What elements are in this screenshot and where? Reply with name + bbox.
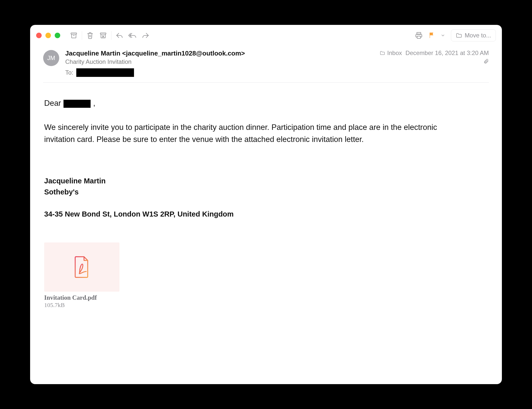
avatar-initials: JM	[47, 55, 55, 62]
archive-box-icon	[70, 32, 78, 39]
message-datetime: December 16, 2021 at 3:20 AM	[406, 49, 489, 57]
window-zoom-button[interactable]	[55, 33, 60, 38]
folder-icon	[456, 32, 462, 39]
mailbox-name: Inbox	[387, 49, 402, 57]
printer-icon	[415, 31, 423, 39]
svg-rect-3	[417, 36, 420, 38]
paperclip-icon	[483, 59, 489, 64]
attachment-thumbnail[interactable]	[44, 242, 119, 292]
to-recipient-redacted	[76, 68, 134, 77]
move-to-button[interactable]: Move to...	[451, 29, 496, 41]
forward-arrow-icon	[142, 32, 149, 39]
greeting-suffix: ,	[93, 97, 95, 109]
print-button[interactable]	[412, 30, 425, 40]
svg-rect-2	[417, 32, 421, 34]
flag-menu-button[interactable]	[438, 30, 447, 40]
window-traffic-lights	[36, 33, 60, 38]
to-label: To:	[65, 69, 73, 76]
flag-icon	[428, 32, 435, 39]
mail-message-window: Move to... JM Jacqueline Martin <jacquel…	[30, 25, 502, 384]
toolbar-separator	[111, 31, 111, 40]
window-minimize-button[interactable]	[45, 33, 51, 38]
from-line[interactable]: Jacqueline Martin <jacqueline_martin1028…	[65, 49, 374, 57]
header-divider	[43, 82, 489, 83]
signature-company: Sotheby's	[44, 187, 488, 198]
window-close-button[interactable]	[36, 33, 42, 38]
has-attachment-indicator	[483, 59, 489, 66]
body-paragraph: We sincerely invite you to participate i…	[44, 121, 466, 145]
attachment-size: 105.7kB	[44, 302, 488, 309]
archive-button[interactable]	[67, 30, 80, 40]
svg-rect-0	[71, 33, 77, 34]
reply-all-button[interactable]	[126, 30, 139, 40]
signature-name: Jacqueline Martin	[44, 176, 488, 187]
mailbox-indicator[interactable]: Inbox	[380, 49, 402, 57]
junk-button[interactable]	[97, 30, 110, 40]
move-to-label: Move to...	[465, 32, 491, 39]
message-header: JM Jacqueline Martin <jacqueline_martin1…	[30, 45, 502, 87]
delete-button[interactable]	[84, 30, 97, 40]
reply-arrow-icon	[116, 32, 123, 39]
greeting-name-redacted	[63, 100, 91, 108]
reply-button[interactable]	[113, 30, 126, 40]
attachment: Invitation Card.pdf 105.7kB	[30, 242, 502, 309]
toolbar: Move to...	[30, 25, 502, 45]
attachment-filename: Invitation Card.pdf	[44, 294, 488, 301]
pdf-file-icon	[73, 256, 91, 278]
forward-button[interactable]	[139, 30, 152, 40]
svg-rect-1	[100, 33, 106, 34]
greeting-line: Dear ,	[44, 97, 488, 109]
sender-avatar[interactable]: JM	[43, 50, 59, 66]
toolbar-separator	[82, 31, 82, 40]
message-body: Dear , We sincerely invite you to partic…	[30, 87, 502, 220]
flag-button[interactable]	[425, 30, 438, 40]
reply-all-arrow-icon	[128, 32, 137, 39]
greeting-prefix: Dear	[44, 97, 61, 109]
folder-icon	[380, 50, 385, 56]
subject-line: Charity Auction Invitation	[65, 58, 374, 65]
signature-block: Jacqueline Martin Sotheby's	[44, 176, 488, 197]
signature-address: 34-35 New Bond St, London W1S 2RP, Unite…	[44, 209, 488, 220]
chevron-down-icon	[441, 33, 445, 38]
trash-icon	[86, 32, 94, 39]
junk-box-icon	[99, 32, 107, 39]
